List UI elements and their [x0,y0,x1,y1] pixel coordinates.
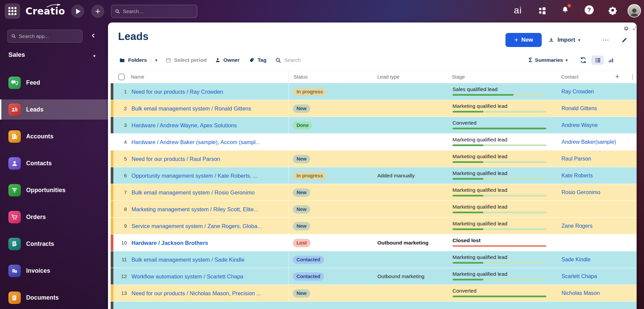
lead-name-link[interactable]: Service management system / Zane Rogers,… [131,218,262,234]
lead-name-link[interactable]: Bulk email management system / Sade Kind… [131,251,245,268]
table-row[interactable]: 5 Need for our products / Raul Parson Ne… [111,150,637,167]
list-view-button[interactable] [591,55,604,65]
table-row[interactable]: 3 Hardware / Andrew Wayne, Apex Solution… [111,117,637,134]
select-all-checkbox[interactable] [118,74,125,80]
table-row[interactable]: 13 Need for our products / Nicholas Maso… [111,285,637,302]
contact-link[interactable]: Andrew Baker(sample) [561,134,616,150]
contact-link[interactable]: Ronald Gittens [561,100,597,117]
workspace-selector[interactable]: Sales [8,51,25,58]
lead-name-link[interactable]: Need for our products / Ray Crowden [131,83,223,100]
settings-gear-icon[interactable] [608,5,618,15]
refresh-button[interactable] [580,54,587,66]
import-button[interactable]: Import ▾ [548,33,580,47]
row-number: 6 [111,167,127,184]
more-actions-button[interactable]: ⋯ [598,33,614,47]
lead-name-link[interactable]: Hardware / Andrew Wayne, Apex Solutions [131,117,237,134]
help-button[interactable]: ? [585,5,594,14]
summaries-button[interactable]: Σ Summaries ▾ [529,54,568,66]
lead-name-link[interactable]: Need for our products / Nicholas Mason, … [131,285,261,302]
column-divider [288,285,289,301]
global-search[interactable] [111,5,197,18]
lead-name-link[interactable]: Workflow automation system / Scarlett Ch… [131,268,244,285]
table-row[interactable]: 10 Hardware / Jackson Brothers Lost Outb… [111,234,637,251]
run-process-button[interactable] [71,5,84,18]
sidebar-item-accounts[interactable]: Accounts [0,126,108,146]
edit-page-button[interactable] [617,33,631,47]
contact-link[interactable]: Sade Kindle [561,251,590,268]
column-header-lead-type[interactable]: Lead type [377,74,399,80]
table-row[interactable]: 1 Need for our products / Ray Crowden In… [111,83,637,100]
quick-add-button[interactable]: + [91,5,104,18]
chart-view-button[interactable] [608,54,614,66]
logo-swoosh-icon [46,4,60,8]
status-badge: Contacted [293,256,324,264]
lead-name-link[interactable]: Opportunity management system / Kate Rob… [131,167,258,184]
lead-name-link[interactable]: Bulk email management system / Ronald Gi… [131,100,251,117]
app-search[interactable] [7,30,83,43]
row-number: 9 [111,218,127,234]
table-row-partial[interactable] [111,302,637,309]
contact-link[interactable]: Andrew Wayne [561,117,598,134]
app-search-input[interactable] [19,33,79,39]
sidebar-item-orders[interactable]: Orders [0,207,108,227]
sidebar-item-documents[interactable]: Documents [0,288,108,308]
table-row[interactable]: 7 Bulk email management system / Rosio G… [111,184,637,201]
global-search-input[interactable] [123,8,194,14]
new-button[interactable]: + New [505,33,542,47]
contact-link[interactable]: Kate Roberts [561,167,593,184]
stage-label: Marketing qualified lead [452,136,546,143]
contact-link[interactable]: Nicholas Mason [561,285,600,302]
status-badge: Lost [293,239,311,247]
contact-link[interactable]: Zane Rogers [561,218,593,234]
sidebar-item-invoices[interactable]: $ Invoices [0,261,108,281]
collapse-sidebar-icon[interactable] [91,32,96,39]
table-row[interactable]: 8 Marketing management system / Riley Sc… [111,201,637,218]
contact-link[interactable]: Raul Parson [561,150,591,167]
lead-name-link[interactable]: Need for our products / Raul Parson [131,150,220,167]
column-divider [288,83,289,100]
row-number: 2 [111,100,127,117]
lead-name-link[interactable]: Bulk email management system / Rosio Ger… [131,184,255,201]
stage-progressbar [452,296,546,297]
sidebar-item-contacts[interactable]: Contacts [0,153,108,173]
column-header-status[interactable]: Status [293,74,308,80]
user-avatar[interactable] [628,4,641,17]
sidebar-item-feed[interactable]: Feed [0,73,108,93]
contact-link[interactable]: Scarlett Chapa [561,268,597,285]
app-launcher-button[interactable] [5,3,20,19]
select-period-filter[interactable]: Select period [165,54,207,66]
section-settings-gear-icon[interactable] [624,26,629,31]
table-row[interactable]: 6 Opportunity management system / Kate R… [111,167,637,184]
list-search[interactable]: Search [275,54,301,66]
stage-progress-fill [452,161,483,163]
table-row[interactable]: 11 Bulk email management system / Sade K… [111,251,637,268]
owner-filter[interactable]: Owner [215,54,239,66]
lead-name-link[interactable]: Marketing management system / Riley Scot… [131,201,258,218]
column-header-name[interactable]: Name [131,74,144,80]
contact-link[interactable]: Rosio Geronimo [561,184,600,201]
add-column-button[interactable]: + [615,73,619,81]
chevron-down-icon[interactable]: ▾ [93,53,96,58]
tag-filter[interactable]: Tag [249,54,266,66]
table-row[interactable]: 2 Bulk email management system / Ronald … [111,100,637,117]
sidebar-item-opportunities[interactable]: Opportunities [0,180,108,200]
table-body: 1 Need for our products / Ray Crowden In… [111,83,637,309]
creatio-ai-button[interactable]: ai [514,5,522,16]
lead-name-link[interactable]: Hardware / Andrew Baker (sample), Accom … [131,134,260,150]
row-number: 7 [111,184,127,201]
chevron-down-icon[interactable]: ▾ [155,58,157,62]
table-row[interactable]: 9 Service management system / Zane Roger… [111,218,637,234]
expand-icon[interactable] [633,26,638,31]
contact-link[interactable]: Ray Crowden [561,83,594,100]
folders-filter[interactable]: Folders ▾ [119,54,157,66]
column-header-contact[interactable]: Contact [561,74,579,80]
sidebar-item-leads[interactable]: Leads [0,99,108,120]
column-menu-button[interactable]: ⋮ [630,73,635,80]
row-number: 8 [111,201,127,218]
table-row[interactable]: 12 Workflow automation system / Scarlett… [111,268,637,285]
column-header-stage[interactable]: Stage [452,74,465,80]
marketplace-icon[interactable] [538,6,547,15]
sidebar-item-contracts[interactable]: Contracts [0,234,108,254]
table-row[interactable]: 4 Hardware / Andrew Baker (sample), Acco… [111,134,637,150]
lead-name-link[interactable]: Hardware / Jackson Brothers [131,234,208,251]
